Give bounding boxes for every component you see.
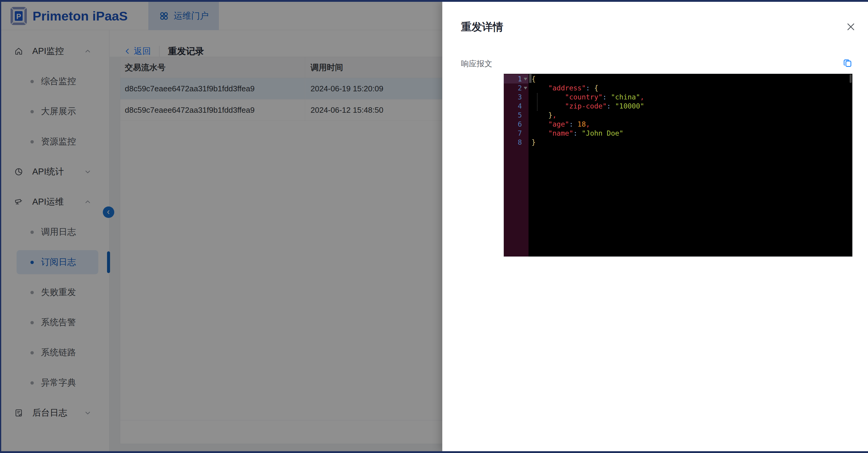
gutter-line-number: 4 [504,102,529,110]
copy-button[interactable] [842,58,853,69]
token-str: "china" [611,93,640,101]
copy-icon [842,58,853,69]
token-num: 18 [577,120,586,128]
close-icon [846,22,856,32]
token-pun [611,102,615,110]
json-code-editor[interactable]: 12345678 { "address": { "country": "chin… [503,73,852,257]
token-col: : [569,120,574,128]
editor-cursor [529,74,531,83]
gutter-line-number: 6 [504,120,529,129]
token-pun [531,84,548,92]
token-pun [577,129,582,137]
token-pun [590,84,594,92]
token-col: : [602,93,607,101]
token-col: : [586,84,590,92]
fold-arrow-icon[interactable] [524,78,527,80]
gutter-line-number: 1 [504,74,529,84]
token-key: "country" [565,93,603,101]
gutter-line-number: 3 [504,93,529,102]
drawer-title: 重发详情 [461,20,503,34]
gutter-line-number: 7 [504,129,529,138]
code-line: } [529,138,852,147]
code-line: "age": 18, [529,120,852,129]
token-comma: , [552,111,557,119]
gutter-line-number: 8 [504,138,529,147]
token-brace: } [531,138,536,146]
token-comma: , [586,120,590,128]
token-brace: { [594,84,598,92]
code-line: "name": "John Doe" [529,129,852,138]
code-line: }, [529,110,852,120]
code-line: "address": { [529,84,852,93]
token-brace: } [548,111,552,119]
gutter-line-number: 5 [504,110,529,120]
editor-gutter: 12345678 [504,74,529,257]
token-key: "name" [548,129,573,137]
token-pun [531,102,565,110]
app-window: P Primeton iPaaS 运维门户 API监控综合监控大屏展示资源监控A… [1,2,868,451]
editor-code-pane: { "address": { "country": "china", "zip-… [529,74,852,257]
code-line: "zip-code": "10000" [529,102,852,110]
token-pun [574,120,578,128]
token-key: "address" [548,84,586,92]
close-button[interactable] [846,22,856,32]
gutter-line-number: 2 [504,84,529,93]
fold-arrow-icon[interactable] [524,87,527,90]
code-line: { [529,74,852,84]
token-pun [531,111,548,119]
token-pun [531,129,548,137]
token-pun [607,93,611,101]
token-pun [531,93,565,101]
resend-detail-drawer: 重发详情 响应报文 12345678 { "address": { "count… [442,2,868,451]
token-comma: , [640,93,644,101]
editor-scrollbar[interactable] [849,74,852,83]
token-str: "10000" [615,102,644,110]
token-col: : [607,102,611,110]
token-pun [531,120,548,128]
drawer-mask[interactable] [1,2,442,451]
response-body-label: 响应报文 [461,59,492,69]
token-key: "age" [548,120,569,128]
indent-guide [537,93,537,110]
token-str: "John Doe" [582,129,623,137]
token-brace: { [531,75,536,83]
code-line: "country": "china", [529,93,852,102]
token-col: : [573,129,577,137]
token-key: "zip-code" [565,102,607,110]
